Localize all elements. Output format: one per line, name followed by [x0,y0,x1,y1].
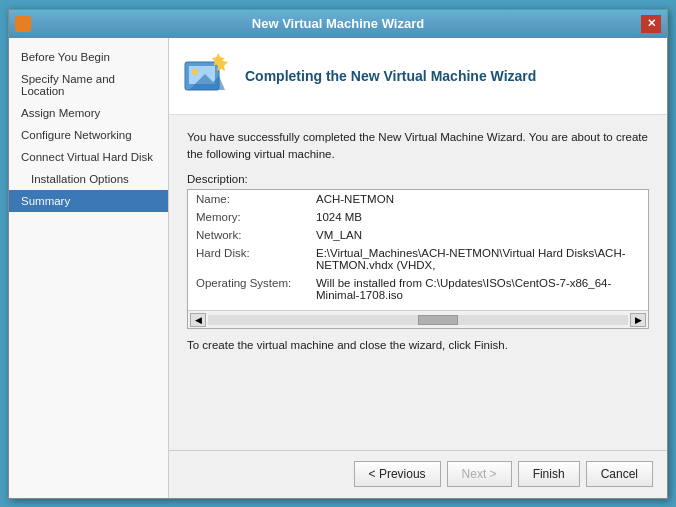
svg-point-3 [192,69,198,75]
body-area: You have successfully completed the New … [169,115,667,450]
row-key: Hard Disk: [188,244,308,274]
table-row: Hard Disk: E:\Virtual_Machines\ACH-NETMO… [188,244,648,274]
window-icon [15,16,31,32]
scroll-left-arrow[interactable]: ◀ [190,313,206,327]
header-area: Completing the New Virtual Machine Wizar… [169,38,667,115]
main-panel: Completing the New Virtual Machine Wizar… [169,38,667,498]
sidebar-item-before-you-begin[interactable]: Before You Begin [9,46,168,68]
sidebar-item-assign-memory[interactable]: Assign Memory [9,102,168,124]
wizard-icon [183,52,231,100]
scroll-track[interactable] [208,315,628,325]
row-value: E:\Virtual_Machines\ACH-NETMON\Virtual H… [308,244,648,274]
table-row: Memory: 1024 MB [188,208,648,226]
description-table-inner[interactable]: Name: ACH-NETMON Memory: 1024 MB Network… [188,190,648,310]
sidebar: Before You Begin Specify Name and Locati… [9,38,169,498]
footer: < Previous Next > Finish Cancel [169,450,667,498]
table-row: Network: VM_LAN [188,226,648,244]
row-key: Name: [188,190,308,208]
description-table-wrapper: Name: ACH-NETMON Memory: 1024 MB Network… [187,189,649,329]
window-title: New Virtual Machine Wizard [35,16,641,31]
description-table: Name: ACH-NETMON Memory: 1024 MB Network… [188,190,648,304]
intro-text: You have successfully completed the New … [187,129,649,164]
cancel-button[interactable]: Cancel [586,461,653,487]
description-label: Description: [187,173,649,185]
row-value: Will be installed from C:\Updates\ISOs\C… [308,274,648,304]
row-value: 1024 MB [308,208,648,226]
next-button[interactable]: Next > [447,461,512,487]
sidebar-item-specify-name[interactable]: Specify Name and Location [9,68,168,102]
row-key: Operating System: [188,274,308,304]
previous-button[interactable]: < Previous [354,461,441,487]
sidebar-item-installation-options[interactable]: Installation Options [9,168,168,190]
scroll-right-arrow[interactable]: ▶ [630,313,646,327]
row-key: Network: [188,226,308,244]
scroll-thumb[interactable] [418,315,458,325]
wizard-header-title: Completing the New Virtual Machine Wizar… [245,68,536,84]
row-value: ACH-NETMON [308,190,648,208]
finish-text: To create the virtual machine and close … [187,339,649,351]
wizard-window: New Virtual Machine Wizard ✕ Before You … [8,9,668,499]
table-row: Operating System: Will be installed from… [188,274,648,304]
row-key: Memory: [188,208,308,226]
main-layout: Before You Begin Specify Name and Locati… [9,38,667,498]
table-row: Name: ACH-NETMON [188,190,648,208]
sidebar-item-connect-hard-disk[interactable]: Connect Virtual Hard Disk [9,146,168,168]
sidebar-item-configure-networking[interactable]: Configure Networking [9,124,168,146]
row-value: VM_LAN [308,226,648,244]
finish-button[interactable]: Finish [518,461,580,487]
close-button[interactable]: ✕ [641,15,661,33]
sidebar-item-summary[interactable]: Summary [9,190,168,212]
horizontal-scrollbar[interactable]: ◀ ▶ [188,310,648,328]
title-bar: New Virtual Machine Wizard ✕ [9,10,667,38]
